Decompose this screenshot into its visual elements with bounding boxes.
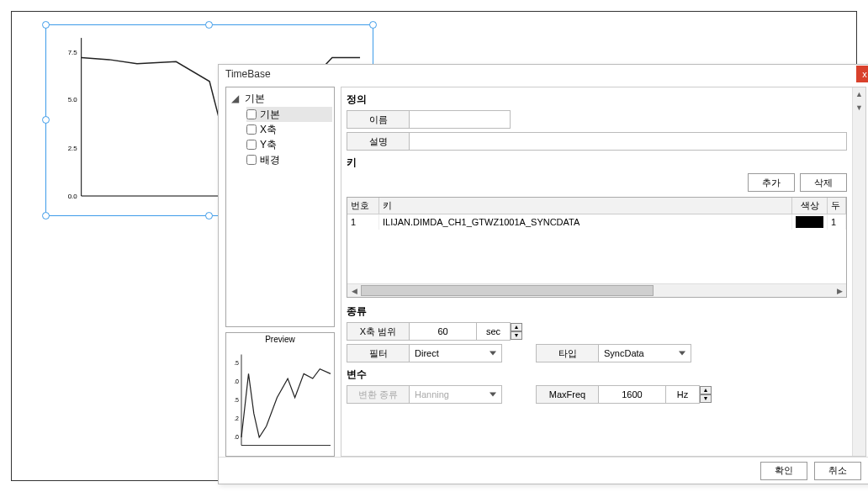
xrange-label: X축 범위 [347, 322, 410, 341]
tree-collapse-icon[interactable]: ◢ [231, 93, 240, 104]
section-type-title: 종류 [347, 304, 847, 319]
maxfreq-unit: Hz [666, 385, 700, 404]
tree-checkbox[interactable] [246, 155, 257, 165]
cell-th: 1 [828, 214, 846, 230]
svg-text:.5: .5 [234, 360, 239, 366]
table-row[interactable]: 1ILIJAN.DIMDA_CH1_GTWZ1001A_SYNCDATA1 [347, 214, 846, 230]
resize-handle-n[interactable] [205, 21, 213, 29]
cell-no: 1 [347, 214, 379, 230]
desc-label: 설명 [347, 132, 410, 151]
transform-label: 변환 종류 [347, 385, 410, 404]
datatype-select[interactable]: SyncData [599, 344, 691, 362]
key-grid[interactable]: 번호 키 색상 두 1ILIJAN.DIMDA_CH1_GTWZ1001A_SY… [347, 197, 847, 298]
svg-text:7.5: 7.5 [68, 49, 78, 56]
tree-item-label: X축 [260, 123, 277, 137]
canvas-frame: 0.0 2.5 5.0 7.5 TimeBase x ◢ 기본 기본X축Y축배경 [11, 11, 857, 481]
preview-title: Preview [226, 333, 334, 346]
tree-checkbox[interactable] [246, 124, 257, 135]
maxfreq-spinner[interactable]: ▲ ▼ [700, 386, 712, 403]
preview-panel: Preview .5 .0 .5 .2 .0 [225, 332, 335, 457]
filter-select[interactable]: Direct [410, 344, 502, 362]
transform-select: Hanning [410, 385, 502, 404]
resize-handle-nw[interactable] [42, 21, 50, 29]
scroll-up-icon[interactable]: ▲ [853, 87, 865, 101]
dialog-title: TimeBase [225, 68, 271, 80]
tree-item-label: 배경 [260, 153, 280, 167]
scroll-right-icon[interactable]: ▶ [833, 284, 846, 297]
cell-key: ILIJAN.DIMDA_CH1_GTWZ1001A_SYNCDATA [379, 214, 792, 230]
tree-item[interactable]: Y축 [246, 137, 332, 152]
filter-label: 필터 [347, 344, 410, 362]
section-variable-title: 변수 [347, 368, 847, 382]
cancel-button[interactable]: 취소 [814, 462, 861, 480]
maxfreq-input[interactable] [599, 385, 666, 404]
property-tree[interactable]: ◢ 기본 기본X축Y축배경 [225, 87, 335, 327]
col-header-color[interactable]: 색상 [792, 198, 828, 214]
section-key-title: 키 [347, 156, 847, 170]
add-button[interactable]: 추가 [748, 173, 795, 192]
spinner-up-icon[interactable]: ▲ [511, 323, 522, 331]
spinner-down-icon[interactable]: ▼ [700, 394, 712, 403]
svg-text:.5: .5 [234, 397, 239, 403]
tree-checkbox[interactable] [246, 140, 257, 150]
col-header-key[interactable]: 키 [379, 198, 792, 214]
ok-button[interactable]: 확인 [760, 462, 807, 480]
scroll-down-icon[interactable]: ▼ [853, 101, 865, 114]
resize-handle-w[interactable] [42, 116, 50, 124]
tree-item-label: Y축 [260, 138, 277, 152]
spinner-up-icon[interactable]: ▲ [700, 386, 712, 394]
spinner-down-icon[interactable]: ▼ [511, 331, 522, 340]
timebase-dialog: TimeBase x ◢ 기본 기본X축Y축배경 Preview [218, 64, 868, 484]
dialog-titlebar[interactable]: TimeBase x [219, 65, 868, 83]
section-definition-title: 정의 [347, 93, 847, 107]
form-vertical-scrollbar[interactable]: ▲ ▼ [852, 87, 865, 456]
scroll-thumb[interactable] [361, 285, 654, 296]
svg-text:5.0: 5.0 [68, 96, 78, 103]
close-icon[interactable]: x [856, 66, 868, 82]
datatype-label: 타입 [536, 344, 599, 362]
name-label: 이름 [347, 110, 410, 129]
col-header-th[interactable]: 두 [828, 198, 846, 214]
svg-text:.0: .0 [234, 378, 239, 384]
scroll-left-icon[interactable]: ◀ [347, 284, 361, 297]
tree-item[interactable]: 배경 [246, 152, 332, 167]
svg-text:.0: .0 [234, 434, 239, 440]
xrange-spinner[interactable]: ▲ ▼ [511, 323, 522, 340]
desc-input[interactable] [410, 132, 847, 151]
resize-handle-ne[interactable] [369, 21, 377, 29]
tree-root-label[interactable]: 기본 [242, 91, 267, 107]
tree-item[interactable]: X축 [246, 122, 332, 137]
tree-item-label: 기본 [260, 108, 280, 122]
maxfreq-label: MaxFreq [536, 385, 599, 404]
svg-text:2.5: 2.5 [68, 145, 78, 152]
resize-handle-sw[interactable] [42, 212, 50, 220]
svg-text:.2: .2 [234, 415, 239, 421]
resize-handle-s[interactable] [205, 212, 213, 220]
delete-button[interactable]: 삭제 [800, 173, 847, 192]
col-header-no[interactable]: 번호 [347, 198, 379, 214]
preview-chart-svg: .5 .0 .5 .2 .0 [228, 347, 332, 454]
svg-text:0.0: 0.0 [68, 193, 78, 200]
tree-checkbox[interactable] [246, 109, 257, 119]
cell-color[interactable] [792, 214, 828, 230]
name-input[interactable] [410, 110, 511, 129]
xrange-input[interactable] [410, 322, 477, 341]
tree-item[interactable]: 기본 [246, 107, 332, 122]
grid-horizontal-scrollbar[interactable]: ◀ ▶ [347, 283, 846, 297]
xrange-unit: sec [477, 322, 511, 341]
